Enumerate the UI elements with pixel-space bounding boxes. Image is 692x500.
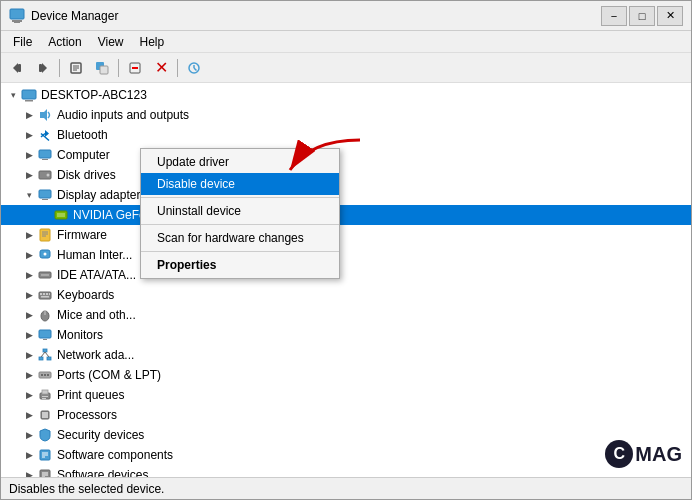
tree-softwaredev[interactable]: ▶ Software devices xyxy=(1,465,691,477)
tree-processors[interactable]: ▶ Processors xyxy=(1,405,691,425)
softwaredev-label: Software devices xyxy=(57,468,148,477)
toolbar-forward[interactable] xyxy=(31,57,55,79)
title-bar: Device Manager − □ ✕ xyxy=(1,1,691,31)
maximize-button[interactable]: □ xyxy=(629,6,655,26)
print-arrow: ▶ xyxy=(21,387,37,403)
tree-security[interactable]: ▶ Security devices xyxy=(1,425,691,445)
toolbar-update[interactable] xyxy=(90,57,114,79)
hid-icon xyxy=(37,247,53,263)
ctx-separator-2 xyxy=(141,224,339,225)
main-area: ▾ DESKTOP-ABC123 ▶ Audio inputs and outp… xyxy=(1,83,691,477)
menu-file[interactable]: File xyxy=(5,33,40,51)
tree-root[interactable]: ▾ DESKTOP-ABC123 xyxy=(1,85,691,105)
tree-firmware[interactable]: ▶ Firmware xyxy=(1,225,691,245)
toolbar-remove[interactable]: ✕ xyxy=(149,57,173,79)
processors-arrow: ▶ xyxy=(21,407,37,423)
bluetooth-label: Bluetooth xyxy=(57,128,108,142)
svg-rect-1 xyxy=(12,20,22,22)
monitors-arrow: ▶ xyxy=(21,327,37,343)
svg-marker-3 xyxy=(13,63,18,73)
tree-ide[interactable]: ▶ IDE ATA/ATA... xyxy=(1,265,691,285)
ide-arrow: ▶ xyxy=(21,267,37,283)
ctx-disable-device[interactable]: Disable device xyxy=(141,173,339,195)
ctx-properties[interactable]: Properties xyxy=(141,254,339,276)
keyboards-label: Keyboards xyxy=(57,288,114,302)
context-menu[interactable]: Update driver Disable device Uninstall d… xyxy=(140,148,340,279)
watermark: C MAG xyxy=(605,440,682,468)
svg-rect-2 xyxy=(14,22,20,23)
close-button[interactable]: ✕ xyxy=(657,6,683,26)
computer-icon xyxy=(37,147,53,163)
security-arrow: ▶ xyxy=(21,427,37,443)
minimize-button[interactable]: − xyxy=(601,6,627,26)
tree-ports[interactable]: ▶ Ports (COM & LPT) xyxy=(1,365,691,385)
svg-rect-59 xyxy=(42,390,48,394)
status-bar: Disables the selected device. xyxy=(1,477,691,499)
processors-label: Processors xyxy=(57,408,117,422)
svg-rect-50 xyxy=(39,357,43,360)
menu-action[interactable]: Action xyxy=(40,33,89,51)
toolbar-scan[interactable] xyxy=(182,57,206,79)
tree-nvidia[interactable]: NVIDIA GeForce RTX 2060 xyxy=(1,205,691,225)
nvidia-arrow xyxy=(37,207,53,223)
watermark-letter: C xyxy=(614,445,626,463)
root-arrow: ▾ xyxy=(5,87,21,103)
svg-rect-18 xyxy=(22,90,36,99)
mice-arrow: ▶ xyxy=(21,307,37,323)
bluetooth-arrow: ▶ xyxy=(21,127,37,143)
svg-rect-12 xyxy=(100,66,108,74)
softwaredev-icon xyxy=(37,467,53,477)
security-icon xyxy=(37,427,53,443)
root-icon xyxy=(21,87,37,103)
toolbar-uninstall[interactable] xyxy=(123,57,147,79)
menu-view[interactable]: View xyxy=(90,33,132,51)
watermark-circle: C xyxy=(605,440,633,468)
processors-icon xyxy=(37,407,53,423)
title-bar-buttons: − □ ✕ xyxy=(601,6,683,26)
ctx-uninstall-device[interactable]: Uninstall device xyxy=(141,200,339,222)
keyboards-icon xyxy=(37,287,53,303)
tree-print[interactable]: ▶ Print queues xyxy=(1,385,691,405)
ctx-scan-hardware[interactable]: Scan for hardware changes xyxy=(141,227,339,249)
svg-rect-19 xyxy=(25,100,33,102)
tree-computer[interactable]: ▶ Computer xyxy=(1,145,691,165)
tree-disk[interactable]: ▶ Disk drives xyxy=(1,165,691,185)
svg-rect-0 xyxy=(10,9,24,19)
svg-point-55 xyxy=(41,374,43,376)
tree-bluetooth[interactable]: ▶ Bluetooth xyxy=(1,125,691,145)
tree-network[interactable]: ▶ Network ada... xyxy=(1,345,691,365)
toolbar-back[interactable] xyxy=(5,57,29,79)
mice-label: Mice and oth... xyxy=(57,308,136,322)
svg-rect-41 xyxy=(43,293,45,295)
toolbar-separator-1 xyxy=(59,59,60,77)
svg-rect-24 xyxy=(42,159,48,160)
toolbar-separator-2 xyxy=(118,59,119,77)
tree-monitors[interactable]: ▶ Monitors xyxy=(1,325,691,345)
ctx-update-driver[interactable]: Update driver xyxy=(141,151,339,173)
menu-help[interactable]: Help xyxy=(132,33,173,51)
softwaredev-arrow: ▶ xyxy=(21,467,37,477)
svg-marker-5 xyxy=(42,63,47,73)
toolbar-properties[interactable] xyxy=(64,57,88,79)
svg-point-26 xyxy=(47,174,50,177)
svg-rect-51 xyxy=(47,357,51,360)
tree-display[interactable]: ▾ Display adapters xyxy=(1,185,691,205)
ide-icon xyxy=(37,267,53,283)
toolbar-separator-3 xyxy=(177,59,178,77)
tree-hid[interactable]: ▶ Human Inter... xyxy=(1,245,691,265)
root-label: DESKTOP-ABC123 xyxy=(41,88,147,102)
svg-rect-49 xyxy=(43,349,47,352)
tree-softwarecomp[interactable]: ▶ Software components xyxy=(1,445,691,465)
firmware-icon xyxy=(37,227,53,243)
tree-mice[interactable]: ▶ Mice and oth... xyxy=(1,305,691,325)
print-icon xyxy=(37,387,53,403)
mice-icon xyxy=(37,307,53,323)
tree-audio[interactable]: ▶ Audio inputs and outputs xyxy=(1,105,691,125)
svg-rect-40 xyxy=(40,293,42,295)
network-icon xyxy=(37,347,53,363)
device-tree[interactable]: ▾ DESKTOP-ABC123 ▶ Audio inputs and outp… xyxy=(1,83,691,477)
print-label: Print queues xyxy=(57,388,124,402)
disk-arrow: ▶ xyxy=(21,167,37,183)
svg-rect-63 xyxy=(42,412,48,418)
tree-keyboards[interactable]: ▶ Keyboards xyxy=(1,285,691,305)
